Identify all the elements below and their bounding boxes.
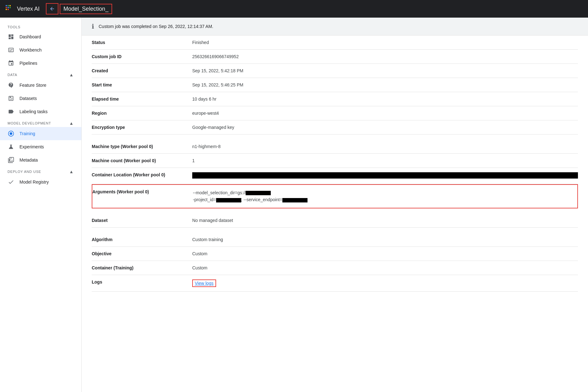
elapsed-time-label: Elapsed time <box>92 97 192 102</box>
model-dev-chevron-icon: ▲ <box>69 121 74 126</box>
args-service: ; --service_endpoint= <box>241 197 282 202</box>
machine-count-label: Machine count (Worker pool 0) <box>92 158 192 163</box>
objective-value: Custom <box>192 251 578 256</box>
args-prefix: --model_selection_dir <box>193 190 235 195</box>
machine-count-value: 1 <box>192 158 578 163</box>
info-banner-text: Custom job was completed on Sep 26, 2022… <box>99 24 213 29</box>
args-redacted-3 <box>282 198 308 202</box>
sidebar-item-model-registry[interactable]: Model Registry <box>0 175 81 189</box>
objective-row: Objective Custom <box>92 247 578 261</box>
elapsed-time-value: 10 days 6 hr <box>192 97 578 102</box>
datasets-icon <box>8 95 14 102</box>
sidebar-item-training[interactable]: Training <box>0 127 81 140</box>
sidebar-item-workbench-label: Workbench <box>19 47 42 52</box>
metadata-icon <box>8 157 14 163</box>
sidebar-section-data-label: DATA <box>8 73 17 77</box>
top-bar: Vertex AI Model_Selection_ <box>0 0 588 18</box>
spacer-2 <box>92 208 578 213</box>
container-location-label: Container Location (Worker pool 0) <box>92 172 192 177</box>
sidebar-item-model-registry-label: Model Registry <box>19 179 49 185</box>
back-arrow-icon <box>49 6 55 12</box>
info-banner: ℹ Custom job was completed on Sep 26, 20… <box>82 18 588 36</box>
page-title: Model_Selection_ <box>60 4 112 14</box>
model-registry-icon <box>8 179 14 185</box>
vertex-ai-logo-icon <box>5 4 14 13</box>
created-value: Sep 15, 2022, 5:42:18 PM <box>192 68 578 73</box>
sidebar-item-metadata[interactable]: Metadata <box>0 153 81 167</box>
region-label: Region <box>92 111 192 116</box>
container-training-value: Custom <box>192 265 578 270</box>
job-id-label: Custom job ID <box>92 54 192 59</box>
svg-rect-4 <box>8 7 9 8</box>
sidebar-item-experiments[interactable]: Experiments <box>0 140 81 153</box>
view-logs-link[interactable]: View logs <box>192 279 216 287</box>
args-equals-gs: =gs:// <box>235 190 246 195</box>
status-label: Status <box>92 40 192 45</box>
algorithm-row: Algorithm Custom training <box>92 233 578 247</box>
job-id-row: Custom job ID 2563266169066749952 <box>92 50 578 64</box>
algorithm-label: Algorithm <box>92 237 192 242</box>
svg-point-9 <box>10 132 12 135</box>
sidebar-item-labeling-tasks[interactable]: Labeling tasks <box>0 105 81 118</box>
encryption-label: Encryption type <box>92 125 192 130</box>
experiments-icon <box>8 143 14 150</box>
dataset-value: No managed dataset <box>192 218 578 223</box>
main-layout: TOOLS Dashboard Workbench Pipelines DATA… <box>0 18 588 392</box>
svg-rect-0 <box>6 5 7 6</box>
feature-store-icon <box>8 82 14 89</box>
training-icon <box>8 130 14 137</box>
svg-rect-7 <box>8 9 9 10</box>
container-training-label: Container (Training) <box>92 265 192 270</box>
status-row: Status Finished <box>92 36 578 50</box>
sidebar-item-metadata-label: Metadata <box>19 157 38 163</box>
arguments-line-1: --model_selection_dir=gs:// <box>193 189 577 196</box>
sidebar-item-dashboard-label: Dashboard <box>19 34 41 39</box>
svg-rect-3 <box>6 7 7 8</box>
arguments-row: Arguments (Worker pool 0) --model_select… <box>92 184 578 208</box>
arguments-value: --model_selection_dir=gs:// -project_id=… <box>193 189 577 203</box>
arguments-label: Arguments (Worker pool 0) <box>92 189 193 194</box>
detail-table: Status Finished Custom job ID 2563266169… <box>82 36 588 292</box>
sidebar-item-pipelines-label: Pipelines <box>19 61 37 66</box>
status-value: Finished <box>192 40 578 45</box>
sidebar-section-model-dev-label: MODEL DEVELOPMENT <box>8 121 51 125</box>
sidebar-item-dashboard[interactable]: Dashboard <box>0 30 81 43</box>
svg-rect-2 <box>9 5 11 6</box>
app-logo: Vertex AI <box>5 4 40 13</box>
encryption-value: Google-managed key <box>192 125 578 130</box>
arguments-line-2: -project_id= ; --service_endpoint= <box>193 196 577 203</box>
dashboard-icon <box>8 33 14 40</box>
sidebar-item-feature-store[interactable]: Feature Store <box>0 79 81 92</box>
args-redacted-1 <box>246 191 271 195</box>
sidebar-item-feature-store-label: Feature Store <box>19 83 46 88</box>
svg-rect-5 <box>9 7 11 8</box>
sidebar-section-deploy-label: DEPLOY AND USE <box>8 170 41 174</box>
sidebar-item-workbench[interactable]: Workbench <box>0 43 81 57</box>
machine-count-row: Machine count (Worker pool 0) 1 <box>92 154 578 168</box>
created-label: Created <box>92 68 192 73</box>
dataset-row: Dataset No managed dataset <box>92 213 578 228</box>
sidebar-section-tools: TOOLS <box>0 23 81 30</box>
svg-rect-6 <box>6 9 7 10</box>
sidebar-section-deploy-header: DEPLOY AND USE ▲ <box>0 167 81 175</box>
sidebar-item-labeling-tasks-label: Labeling tasks <box>19 109 48 114</box>
region-value: europe-west4 <box>192 111 578 116</box>
sidebar-item-datasets[interactable]: Datasets <box>0 92 81 105</box>
elapsed-time-row: Elapsed time 10 days 6 hr <box>92 92 578 106</box>
container-location-redacted <box>192 172 578 179</box>
labeling-tasks-icon <box>8 108 14 115</box>
container-location-row: Container Location (Worker pool 0) <box>92 168 578 184</box>
created-row: Created Sep 15, 2022, 5:42:18 PM <box>92 64 578 78</box>
machine-type-row: Machine type (Worker pool 0) n1-highmem-… <box>92 140 578 154</box>
machine-type-label: Machine type (Worker pool 0) <box>92 144 192 149</box>
pipelines-icon <box>8 60 14 67</box>
start-time-row: Start time Sep 15, 2022, 5:46:25 PM <box>92 78 578 92</box>
logs-row: Logs View logs <box>92 275 578 292</box>
back-button[interactable] <box>46 3 58 14</box>
logs-value: View logs <box>192 279 578 287</box>
sidebar-item-pipelines[interactable]: Pipelines <box>0 57 81 70</box>
objective-label: Objective <box>92 251 192 256</box>
logs-label: Logs <box>92 279 192 284</box>
machine-type-value: n1-highmem-8 <box>192 144 578 149</box>
region-row: Region europe-west4 <box>92 106 578 120</box>
